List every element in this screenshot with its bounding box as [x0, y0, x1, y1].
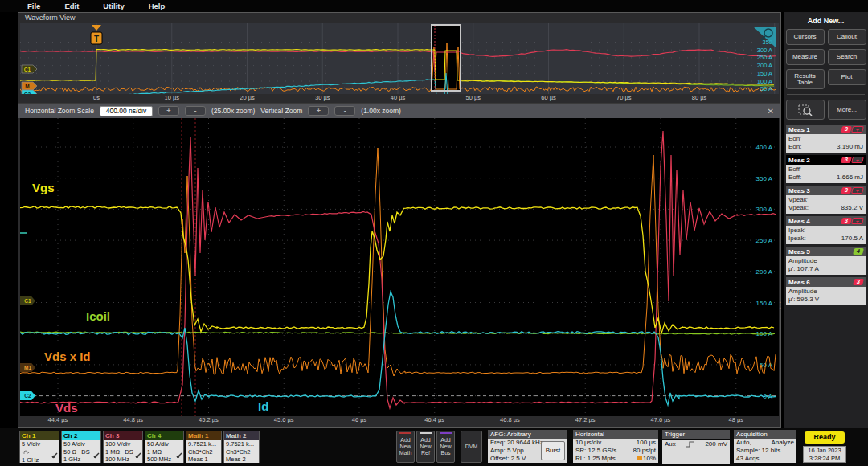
ready-status-badge[interactable]: Ready — [805, 431, 845, 444]
meas-count-badge: 3 — [841, 187, 852, 194]
svg-text:M: M — [25, 84, 29, 89]
channel-setting: Meas 1 — [188, 456, 219, 464]
h-samplerate: SR: 12.5 GS/s — [575, 447, 616, 455]
dvm-button[interactable]: DVM — [461, 431, 482, 463]
acq-sample: Sample: 12 bits — [736, 447, 794, 455]
menu-edit[interactable]: Edit — [64, 2, 79, 10]
menu-bar: FileEditUtilityHelp — [0, 0, 868, 12]
add-new-bus-button[interactable]: Add New Bus — [436, 431, 455, 463]
more-button[interactable]: More... — [828, 100, 866, 120]
channel-badge-ch1[interactable]: Ch 15 V/div1 GHz — [19, 431, 59, 463]
accent-line — [399, 432, 411, 434]
button-label: Add New Math — [397, 437, 414, 456]
meas-add-badge[interactable]: + — [851, 187, 864, 194]
meas-value: 170.5 A — [841, 235, 863, 243]
zoom-scale-label: Horizontal Zoom Scale — [25, 107, 94, 115]
channel-badge-ch3[interactable]: Ch 3100 V/div1 MΩ DS100 MHz — [103, 431, 143, 463]
main-scale-label: 250 A — [756, 237, 773, 244]
waveform-window: Waveform View T350300 A250 A200 A150 A10… — [18, 12, 781, 428]
h-position: 10% — [643, 455, 656, 462]
meas-value-label: Ipeak: — [788, 235, 806, 243]
measure-button[interactable]: Measure — [786, 49, 825, 65]
bottom-settings-bar: Ch 15 V/div1 GHzCh 250 A/div50 Ω DS1 GHz… — [0, 428, 868, 466]
svg-text:C1: C1 — [24, 67, 31, 72]
afg-title: AFG: Arbitrary — [488, 430, 567, 439]
main-x-axis: 44.4 µs44.8 µs45.2 µs45.6 µs46 µs46.4 µs… — [20, 416, 779, 427]
meas-value-label: Eoff: — [788, 174, 801, 182]
main-zoom-plot[interactable]: 400 A350 A300 A250 A200 A150 A100 A50 A0… — [20, 118, 779, 416]
meas-count-badge: 4 — [853, 248, 864, 255]
trace-label-icoil: Icoil — [86, 309, 110, 323]
acquisition-title: Acquisition — [734, 430, 796, 439]
meas-value: µ': 595.3 V — [788, 296, 863, 304]
overview-plot[interactable]: T350300 A250 A200 A150 A100 A50 AC1MC2 — [20, 23, 779, 94]
meas-source: Amplitude — [788, 288, 863, 296]
channel-label: Math 1 — [186, 431, 221, 440]
close-zoom-icon[interactable]: ✕ — [768, 107, 774, 116]
h-zoom-plus-button[interactable]: + — [158, 106, 179, 116]
meas-label: Meas 3 — [788, 187, 810, 194]
cursors-button[interactable]: Cursors — [786, 29, 825, 45]
main-x-tick: 47.6 µs — [651, 416, 671, 423]
plot-button[interactable]: Plot — [828, 69, 866, 85]
horizontal-panel[interactable]: Horizontal 10 µs/div100 µs SR: 12.5 GS/s… — [573, 430, 658, 463]
meas-source: Eon' — [788, 135, 863, 143]
meas-count-badge: 3 — [841, 157, 852, 163]
menu-file[interactable]: File — [27, 2, 40, 10]
main-scale-label: 300 A — [756, 206, 773, 213]
h-zoom-factor: (25.00x zoom) — [211, 107, 255, 115]
main-x-tick: 48 µs — [729, 416, 744, 423]
channel-badge-math1[interactable]: Math 19.7521 k...Ch3*Ch2Meas 1 — [186, 431, 222, 463]
zoom-scale-input[interactable] — [100, 106, 153, 117]
burst-button[interactable]: Burst — [541, 441, 565, 460]
meas-value-label: Eon: — [788, 143, 801, 151]
menu-utility[interactable]: Utility — [103, 2, 124, 10]
meas-add-badge[interactable]: + — [851, 218, 864, 224]
channel-setting: Ch3*Ch2 — [188, 448, 219, 456]
channel-label: Math 2 — [224, 431, 259, 440]
menu-help[interactable]: Help — [149, 2, 166, 10]
measurement-card-3[interactable]: Meas 33+Vpeak'Vpeak:835.2 V — [786, 186, 866, 214]
meas-add-badge[interactable]: + — [851, 157, 864, 163]
meas-add-badge[interactable]: + — [851, 126, 864, 133]
channel-label: Ch 1 — [20, 431, 59, 440]
channel-setting: 9.7521 k... — [188, 440, 219, 448]
meas-label: Meas 2 — [788, 157, 810, 164]
acquisition-panel[interactable]: Acquisition Auto,Analyze Sample: 12 bits… — [734, 430, 796, 463]
overview-scale-label: 250 A — [757, 54, 772, 61]
main-x-tick: 45.2 µs — [199, 416, 219, 423]
probe-icon — [176, 452, 182, 459]
v-zoom-plus-button[interactable]: + — [308, 106, 329, 116]
channel-badge-ch2[interactable]: Ch 250 A/div50 Ω DS1 GHz — [61, 431, 101, 463]
horizontal-title: Horizontal — [573, 430, 658, 439]
measurement-card-6[interactable]: Meas 63Amplitudeµ': 595.3 V — [786, 277, 866, 305]
afg-panel[interactable]: AFG: Arbitrary Freq: 20.9644 kHz Amp: 5 … — [488, 430, 567, 463]
v-zoom-minus-button[interactable]: - — [334, 106, 355, 116]
measurement-card-5[interactable]: Meas 54Amplitudeµ': 107.7 A — [786, 247, 866, 275]
overview-x-tick: 70 µs — [616, 94, 632, 101]
area-zoom-button[interactable] — [786, 100, 825, 120]
overview-x-tick: 20 µs — [240, 94, 255, 101]
h-recordlength: RL: 1.25 Mpts — [575, 455, 616, 463]
area-zoom-icon — [798, 104, 813, 117]
meas-count-badge: 3 — [841, 218, 852, 224]
channel-label: Ch 3 — [104, 431, 142, 440]
add-new-math-button[interactable]: Add New Math — [396, 431, 415, 463]
meas-source: Eoff' — [788, 166, 863, 174]
waveform-view-tab[interactable]: Waveform View — [25, 14, 76, 22]
measurement-card-4[interactable]: Meas 43+Ipeak'Ipeak:170.5 A — [786, 216, 866, 244]
measurement-card-1[interactable]: Meas 13+Eon'Eon:3.190 mJ — [786, 125, 866, 153]
meas-value-label: Vpeak: — [788, 204, 809, 212]
overview-x-tick: 40 µs — [391, 94, 406, 101]
button-label: Add New Ref — [417, 437, 434, 456]
search-button[interactable]: Search — [828, 49, 866, 65]
channel-badge-ch4[interactable]: Ch 450 A/div1 MΩ500 MHz — [145, 431, 184, 463]
h-zoom-minus-button[interactable]: - — [185, 106, 206, 116]
results-table-button[interactable]: Results Table — [786, 69, 825, 89]
meas-label: Meas 4 — [788, 218, 810, 225]
channel-badge-math2[interactable]: Math 29.7521 k...Ch3*Ch2Meas 2 — [223, 431, 260, 463]
callout-button[interactable]: Callout — [828, 29, 866, 45]
add-new-ref-button[interactable]: Add New Ref — [416, 431, 435, 463]
measurement-card-2[interactable]: Meas 23+Eoff'Eoff:1.666 mJ — [786, 155, 866, 183]
trigger-panel[interactable]: Trigger Aux 200 mV — [662, 430, 730, 463]
